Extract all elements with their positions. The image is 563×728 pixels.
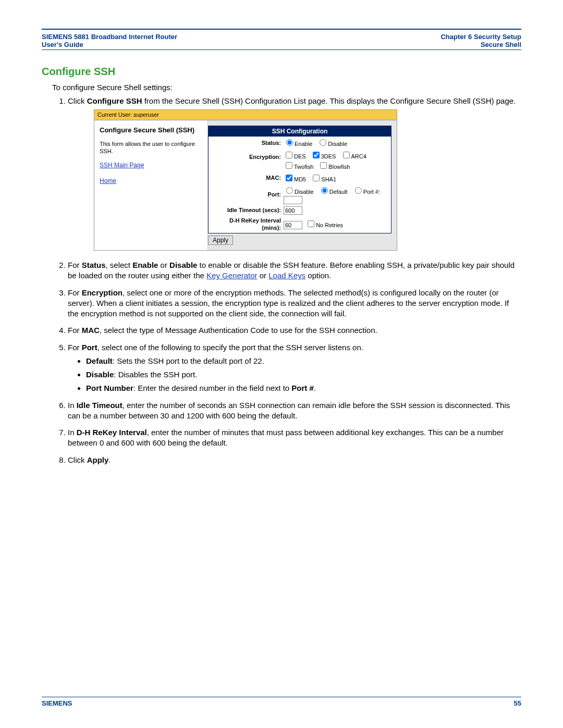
step-8: Click Apply. [68, 455, 521, 465]
input-port-num[interactable] [284, 196, 302, 204]
radio-port-disable[interactable] [286, 187, 293, 194]
footer-page-number: 55 [514, 699, 521, 707]
bullet-disable: Disable: Disables the SSH port. [86, 369, 521, 380]
bullet-default: Default: Sets the SSH port to the defaul… [86, 356, 521, 366]
label-mac: MAC: [211, 174, 284, 182]
label-status: Status: [211, 139, 284, 147]
chk-twofish[interactable] [286, 162, 292, 169]
radio-port-default[interactable] [321, 187, 328, 194]
ssh-table-title: SSH Configuration [209, 126, 391, 137]
section-title: Configure SSH [42, 66, 521, 78]
link-key-generator[interactable]: Key Generator [206, 271, 258, 280]
link-load-keys[interactable]: Load Keys [268, 271, 305, 280]
step-6: In Idle Timeout, enter the number of sec… [68, 400, 521, 422]
step-7: In D-H ReKey Interval, enter the number … [68, 427, 521, 449]
label-port: Port: [211, 191, 284, 199]
step-2: For Status, select Enable or Disable to … [68, 260, 521, 281]
footer-brand: SIEMENS [42, 699, 72, 707]
header-left-line1: SIEMENS 5881 Broadband Internet Router [42, 33, 177, 41]
bullet-port-number: Port Number: Enter the desired number in… [86, 383, 521, 393]
step-3: For Encryption, select one or more of th… [68, 288, 521, 319]
link-ssh-main-page[interactable]: SSH Main Page [100, 161, 202, 169]
step-5: For Port, select one of the following to… [68, 342, 521, 394]
header-right-line2: Secure Shell [481, 41, 521, 48]
header-right-line1: Chapter 6 Security Setup [440, 33, 521, 41]
apply-button[interactable]: Apply [208, 236, 233, 245]
page-footer: SIEMENS 55 [42, 697, 521, 707]
header-left-line2: User's Guide [42, 41, 83, 48]
ssh-left-panel: Configure Secure Shell (SSH) This form a… [94, 120, 208, 250]
chk-des[interactable] [286, 152, 292, 158]
chk-3des[interactable] [313, 152, 320, 158]
intro-text: To configure Secure Shell settings: [52, 83, 521, 92]
ssh-config-screenshot: Current User: superuser Configure Secure… [94, 109, 397, 251]
page-header: SIEMENS 5881 Broadband Internet Router U… [42, 30, 521, 50]
label-idle-timeout: Idle Timeout (secs): [211, 206, 284, 214]
chk-sha1[interactable] [313, 175, 320, 181]
step-1: Click Configure SSH from the Secure Shel… [68, 96, 521, 251]
radio-port-num[interactable] [355, 187, 362, 194]
input-idle-timeout[interactable] [284, 206, 302, 215]
chk-blowfish[interactable] [320, 162, 327, 169]
steps-list: Click Configure SSH from the Secure Shel… [52, 96, 521, 465]
input-dh-rekey[interactable] [284, 221, 302, 229]
header-rule-bottom [42, 50, 521, 50]
ssh-left-desc: This form allows the user to configure S… [100, 140, 202, 155]
label-encryption: Encryption: [211, 150, 284, 161]
chk-arc4[interactable] [343, 152, 350, 158]
ssh-left-title: Configure Secure Shell (SSH) [100, 126, 202, 135]
radio-status-enable[interactable] [286, 139, 293, 146]
chk-no-retries[interactable] [308, 220, 314, 227]
radio-status-disable[interactable] [320, 139, 326, 146]
footer-rule [42, 697, 521, 697]
chk-md5[interactable] [286, 175, 292, 181]
label-dh-rekey: D-H ReKey Interval (mins): [211, 217, 284, 232]
link-home[interactable]: Home [100, 177, 202, 185]
current-user-bar: Current User: superuser [94, 110, 397, 120]
step-4: For MAC, select the type of Message Auth… [68, 325, 521, 336]
ssh-config-table: SSH Configuration Status: Enable Disable… [208, 126, 391, 233]
